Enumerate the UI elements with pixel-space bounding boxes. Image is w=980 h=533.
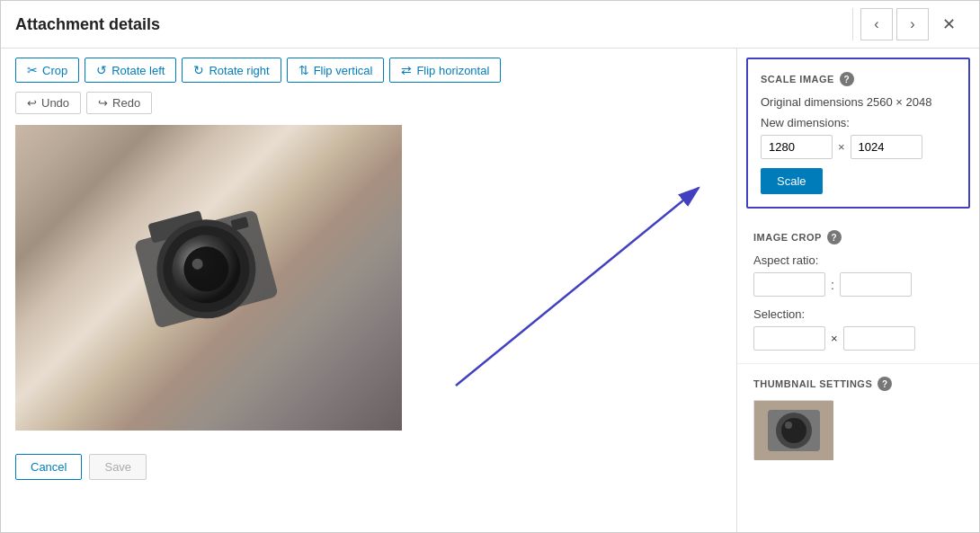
crop-section-title: IMAGE CROP ? — [753, 230, 963, 244]
svg-point-14 — [785, 422, 792, 429]
selection-x-input[interactable] — [753, 326, 825, 351]
flip-vertical-button[interactable]: ⇅ Flip vertical — [287, 58, 385, 83]
scale-button[interactable]: Scale — [761, 168, 823, 194]
colon-symbol: : — [831, 278, 834, 292]
window: Attachment details ‹ › ✕ ✂ Crop — [0, 0, 980, 533]
page-title: Attachment details — [15, 15, 160, 34]
crop-icon: ✂ — [27, 63, 38, 77]
flip-vertical-icon: ⇅ — [298, 63, 309, 77]
undo-icon: ↩ — [27, 96, 37, 110]
prev-icon: ‹ — [874, 16, 878, 32]
thumbnail-section-title: THUMBNAIL SETTINGS ? — [753, 377, 963, 391]
selection-inputs: × — [753, 326, 963, 351]
undo-button[interactable]: ↩ Undo — [15, 92, 81, 114]
svg-point-13 — [781, 418, 806, 443]
footer-buttons: Cancel Save — [15, 454, 722, 480]
image-crop-section: IMAGE CROP ? Aspect ratio: : Selection: … — [737, 218, 979, 364]
rotate-right-button[interactable]: ↻ Rotate right — [182, 58, 281, 83]
times-symbol: × — [838, 140, 845, 154]
rotate-left-label: Rotate left — [111, 64, 165, 77]
scale-section-title: SCALE IMAGE ? — [761, 72, 956, 86]
thumbnail-preview — [753, 400, 833, 459]
editor-area: ✂ Crop ↺ Rotate left ↻ Rotate right ⇅ Fl… — [1, 49, 736, 532]
main-content: ✂ Crop ↺ Rotate left ↻ Rotate right ⇅ Fl… — [1, 49, 979, 532]
canvas-area — [15, 125, 717, 440]
thumbnail-help-icon[interactable]: ? — [878, 377, 892, 391]
aspect-ratio-label: Aspect ratio: — [753, 253, 963, 267]
flip-horizontal-icon: ⇄ — [401, 63, 412, 77]
thumbnail-section: THUMBNAIL SETTINGS ? — [737, 364, 979, 472]
crop-help-icon[interactable]: ? — [827, 230, 842, 244]
rotate-left-icon: ↺ — [96, 63, 107, 77]
svg-line-9 — [456, 188, 699, 386]
width-input[interactable] — [761, 135, 833, 159]
crop-label: Crop — [42, 64, 67, 77]
selection-label: Selection: — [753, 307, 963, 321]
flip-horizontal-button[interactable]: ⇄ Flip horizontal — [389, 58, 501, 83]
thumbnail-svg — [754, 401, 833, 460]
aspect-height-input[interactable] — [840, 272, 912, 297]
scale-image-section: SCALE IMAGE ? Original dimensions 2560 ×… — [746, 58, 970, 209]
aspect-width-input[interactable] — [753, 272, 825, 297]
aspect-ratio-inputs: : — [753, 272, 963, 297]
save-button[interactable]: Save — [89, 454, 147, 480]
title-bar: Attachment details ‹ › ✕ — [1, 1, 979, 49]
rotate-left-button[interactable]: ↺ Rotate left — [85, 58, 176, 83]
selection-y-input[interactable] — [843, 326, 915, 351]
new-dimensions-label: New dimensions: — [761, 116, 956, 129]
redo-label: Redo — [112, 96, 140, 110]
sidebar: SCALE IMAGE ? Original dimensions 2560 ×… — [736, 49, 979, 532]
camera-image — [96, 159, 321, 396]
title-bar-controls: ‹ › ✕ — [849, 8, 965, 40]
undo-label: Undo — [41, 96, 69, 110]
flip-horizontal-label: Flip horizontal — [416, 64, 489, 77]
times-symbol-2: × — [831, 332, 838, 345]
scale-help-icon[interactable]: ? — [840, 72, 854, 86]
rotate-right-icon: ↻ — [193, 63, 204, 77]
image-display — [15, 125, 402, 431]
redo-icon: ↪ — [98, 96, 108, 110]
prev-button[interactable]: ‹ — [860, 8, 893, 40]
close-icon: ✕ — [942, 14, 956, 34]
undo-redo-toolbar: ↩ Undo ↪ Redo — [15, 92, 722, 114]
flip-vertical-label: Flip vertical — [314, 64, 373, 77]
separator — [852, 8, 853, 40]
toolbar: ✂ Crop ↺ Rotate left ↻ Rotate right ⇅ Fl… — [15, 58, 722, 83]
close-button[interactable]: ✕ — [932, 8, 965, 40]
next-button[interactable]: › — [896, 8, 929, 40]
next-icon: › — [910, 16, 914, 32]
rotate-right-label: Rotate right — [209, 64, 269, 77]
cancel-button[interactable]: Cancel — [15, 454, 82, 480]
height-input[interactable] — [851, 135, 922, 159]
crop-button[interactable]: ✂ Crop — [15, 58, 79, 83]
redo-button[interactable]: ↪ Redo — [86, 92, 152, 114]
original-dimensions: Original dimensions 2560 × 2048 — [761, 95, 956, 109]
dimensions-inputs: × — [761, 135, 956, 159]
